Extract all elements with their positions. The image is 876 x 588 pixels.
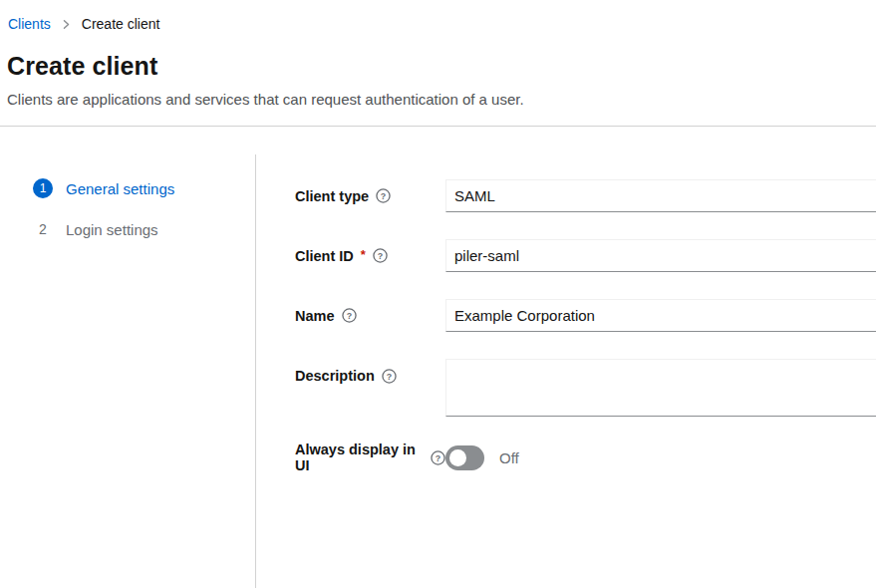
wizard-step-label: Login settings: [66, 221, 158, 238]
always-display-label-group: Always display in UI ?: [295, 441, 445, 473]
always-display-toggle[interactable]: [445, 445, 484, 470]
svg-text:?: ?: [378, 251, 383, 261]
question-circle-icon[interactable]: ?: [373, 248, 388, 263]
toggle-state-label: Off: [499, 449, 519, 466]
name-control: [445, 299, 876, 332]
form-row-description: Description ?: [295, 359, 876, 417]
breadcrumb: Clients Create client: [0, 0, 876, 32]
description-label: Description: [295, 368, 375, 384]
header-divider: [0, 126, 876, 127]
client-id-label: Client ID: [295, 248, 354, 264]
breadcrumb-current: Create client: [82, 16, 160, 32]
name-label: Name: [295, 308, 335, 324]
description-control: [445, 359, 876, 417]
general-settings-form: Client type ? Client ID * ?: [256, 154, 876, 588]
angle-right-icon: [61, 19, 72, 30]
description-label-group: Description ?: [295, 359, 445, 384]
svg-text:?: ?: [436, 452, 440, 462]
question-circle-icon[interactable]: ?: [342, 308, 357, 323]
question-circle-icon[interactable]: ?: [431, 450, 445, 465]
wizard-container: 1 General settings 2 Login settings Clie…: [0, 154, 876, 588]
page-title: Create client: [7, 52, 852, 81]
svg-text:?: ?: [346, 311, 351, 321]
svg-text:?: ?: [381, 191, 386, 201]
wizard-step-general-settings[interactable]: 1 General settings: [0, 178, 255, 198]
client-type-control: [445, 179, 876, 212]
required-asterisk: *: [361, 247, 366, 262]
question-circle-icon[interactable]: ?: [382, 369, 397, 384]
step-number-badge: 1: [33, 178, 53, 198]
question-circle-icon[interactable]: ?: [376, 188, 391, 203]
client-id-label-group: Client ID * ?: [295, 248, 445, 264]
wizard-step-label: General settings: [66, 180, 174, 197]
page-header: Create client Clients are applications a…: [0, 32, 876, 108]
breadcrumb-link-clients[interactable]: Clients: [8, 16, 51, 32]
step-number-badge: 2: [33, 219, 53, 239]
form-row-client-type: Client type ?: [295, 179, 876, 212]
client-type-input[interactable]: [445, 179, 876, 212]
client-type-label-group: Client type ?: [295, 188, 445, 204]
page-subtitle: Clients are applications and services th…: [7, 91, 852, 108]
wizard-nav: 1 General settings 2 Login settings: [0, 154, 256, 588]
client-type-label: Client type: [295, 188, 369, 204]
description-textarea[interactable]: [445, 359, 876, 417]
form-row-name: Name ?: [295, 299, 876, 332]
form-row-always-display: Always display in UI ? Off: [295, 441, 876, 473]
client-id-control: [445, 239, 876, 272]
always-display-label: Always display in UI: [295, 441, 424, 473]
form-row-client-id: Client ID * ?: [295, 239, 876, 272]
name-input[interactable]: [445, 299, 876, 332]
wizard-step-login-settings[interactable]: 2 Login settings: [0, 219, 255, 239]
toggle-knob: [449, 449, 466, 466]
client-id-input[interactable]: [445, 239, 876, 272]
name-label-group: Name ?: [295, 308, 445, 324]
svg-text:?: ?: [387, 371, 392, 381]
always-display-control: Off: [445, 445, 876, 470]
